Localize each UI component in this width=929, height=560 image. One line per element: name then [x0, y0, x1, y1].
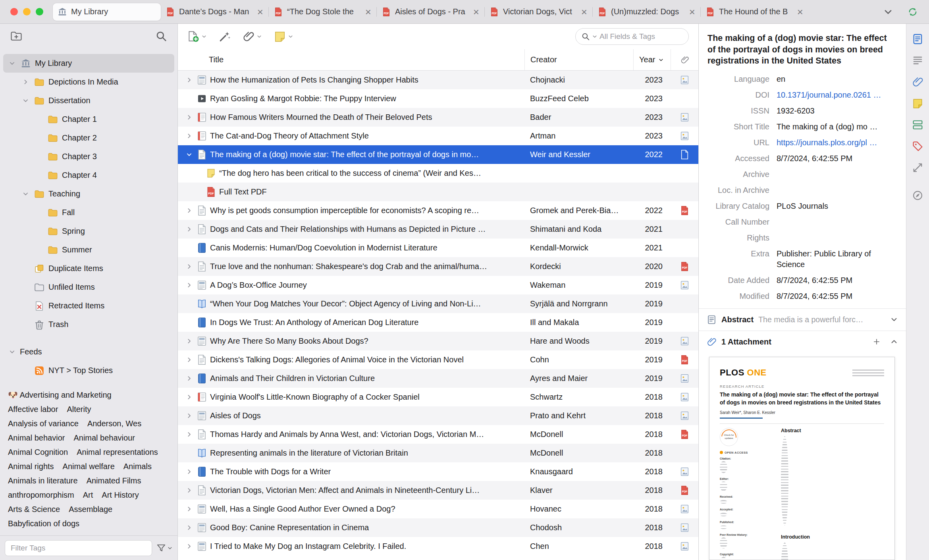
expand-abstract-button[interactable] [890, 316, 898, 323]
column-header-year[interactable]: Year [633, 49, 671, 70]
item-row[interactable]: Dickens's Talking Dogs: Allegories of An… [178, 350, 698, 369]
collapse-attachments-button[interactable] [890, 338, 898, 346]
field-value[interactable]: 8/7/2024, 6:42:55 PM [777, 153, 896, 164]
column-header-title[interactable]: Title [178, 49, 524, 70]
item-row[interactable]: Virginia Woolf's Little-Known Biography … [178, 388, 698, 406]
tab-close-button[interactable]: × [472, 7, 480, 17]
tab-close-button[interactable]: × [580, 7, 588, 17]
tab-dante-s-dogs-man[interactable]: PDFDante’s Dogs - Man× [161, 3, 269, 21]
tab-aisles-of-dogs-pra[interactable]: PDFAisles of Dogs - Pra× [377, 3, 485, 21]
column-header-creator[interactable]: Creator [524, 49, 633, 70]
expand-item-twisty[interactable] [184, 114, 194, 121]
field-value[interactable]: The making of a (dog) mo … [777, 121, 896, 132]
tag-item[interactable]: Animal behaviour [73, 433, 135, 443]
item-row[interactable]: Thomas Hardy and Animals by Anna West, a… [178, 425, 698, 444]
collection-feeds[interactable]: Feeds [3, 343, 174, 361]
chevron-down-icon[interactable] [21, 191, 30, 197]
chevron-right-icon[interactable] [21, 79, 30, 85]
item-row[interactable]: Good Boy: Canine Representation in Cinem… [178, 518, 698, 537]
attachment-row[interactable]: “The dog hero has been critical to the s… [178, 164, 698, 183]
tag-item[interactable]: Animal Cognition [8, 448, 68, 457]
item-row[interactable]: Canis Modernis: Human/Dog Coevolution in… [178, 239, 698, 257]
expand-item-twisty[interactable] [184, 543, 194, 550]
item-row[interactable]: A Dog’s Box-Office JourneyWakeman2019 [178, 276, 698, 294]
collection-duplicate-items[interactable]: Duplicate Items [3, 259, 174, 278]
tag-item[interactable]: Animal behavior [8, 433, 65, 443]
item-row[interactable]: Well, Has a Single Good Author Ever Owne… [178, 500, 698, 518]
collection-summer[interactable]: Summer [3, 241, 174, 259]
field-value[interactable] [777, 185, 896, 196]
collection-chapter-3[interactable]: Chapter 3 [3, 147, 174, 166]
tag-item[interactable]: Analysis of variance [8, 419, 79, 428]
item-row[interactable]: Why is pet goods consumption imperceptib… [178, 201, 698, 220]
expand-item-twisty[interactable] [184, 263, 194, 270]
tag-filter-options-button[interactable] [156, 543, 173, 553]
item-row[interactable]: Ryan Gosling & Margot Robbie: The Puppy … [178, 89, 698, 108]
tab-overflow-button[interactable] [883, 7, 893, 17]
tab-close-button[interactable]: × [364, 7, 372, 17]
collection-search-button[interactable] [155, 30, 167, 42]
collection-nyt-top-stories[interactable]: NYT > Top Stories [3, 361, 174, 380]
attachment-row[interactable]: PDFFull Text PDF [178, 183, 698, 201]
tag-item[interactable]: Animal rights [8, 462, 54, 471]
new-item-button[interactable] [187, 31, 207, 42]
tag-item[interactable]: Anderson, Wes [87, 419, 141, 428]
item-row[interactable]: “When Your Dog Matches Your Decor”: Obje… [178, 294, 698, 313]
item-row[interactable]: True love and the nonhuman: Shakespeare'… [178, 257, 698, 276]
expand-item-twisty[interactable] [184, 356, 194, 363]
collection-trash[interactable]: Trash [3, 315, 174, 334]
fullscreen-window-button[interactable] [36, 8, 43, 15]
tag-item[interactable]: anthropomorphism [8, 491, 74, 500]
expand-item-twisty[interactable] [184, 282, 194, 289]
item-row[interactable]: In Dogs We Trust: An Anthology of Americ… [178, 313, 698, 332]
sidenav-libraries-collections-button[interactable] [912, 119, 923, 131]
tag-item[interactable]: Babyfication of dogs [8, 519, 79, 528]
item-row[interactable]: Dogs and Cats and Their Relationships wi… [178, 220, 698, 239]
field-value[interactable]: PLoS Journals [777, 201, 896, 212]
collection-teaching[interactable]: Teaching [3, 185, 174, 203]
field-value[interactable] [777, 169, 896, 180]
chevron-down-icon[interactable] [7, 60, 17, 67]
sidenav-notes-button[interactable] [912, 98, 923, 109]
item-row[interactable]: I Tried to Make My Dog an Instagram Cele… [178, 537, 698, 556]
tag-item[interactable]: Art History [102, 491, 139, 500]
field-value[interactable] [777, 217, 896, 227]
expand-item-twisty[interactable] [184, 133, 194, 139]
expand-item-twisty[interactable] [184, 77, 194, 83]
field-value[interactable]: 10.1371/journal.pone.0261 … [777, 90, 896, 100]
item-row[interactable]: How Famous Writers Mourned the Death of … [178, 108, 698, 127]
expand-item-twisty[interactable] [184, 338, 194, 344]
chevron-down-icon[interactable] [7, 348, 17, 355]
item-row[interactable]: The Trouble with Dogs for a WriterKnausg… [178, 462, 698, 481]
abstract-section-header[interactable]: Abstract The media is a powerful forc… [699, 308, 906, 331]
tag-item[interactable]: Assemblage [69, 505, 112, 514]
close-window-button[interactable] [10, 8, 18, 15]
tag-item[interactable]: Animals [123, 462, 152, 471]
item-row[interactable]: The making of a (dog) movie star: The ef… [178, 145, 698, 164]
tag-filter-input[interactable] [5, 540, 152, 556]
chevron-down-icon[interactable] [21, 97, 30, 104]
field-value[interactable]: 8/7/2024, 6:42:55 PM [777, 291, 896, 302]
expand-item-twisty[interactable] [184, 394, 194, 400]
expand-item-twisty[interactable] [184, 431, 194, 438]
collection-dissertation[interactable]: Dissertation [3, 91, 174, 110]
attachments-section-header[interactable]: 1 Attachment [699, 331, 906, 353]
expand-item-twisty[interactable] [184, 226, 194, 233]
tab-close-button[interactable]: × [688, 7, 696, 17]
tag-item[interactable]: Animal representations [77, 448, 158, 457]
item-row[interactable]: How the Humanization of Pets Is Changing… [178, 71, 698, 89]
expand-item-twisty[interactable] [184, 412, 194, 419]
item-row[interactable]: Victorian Dogs, Victorian Men: Affect an… [178, 481, 698, 500]
collapse-item-twisty[interactable] [184, 151, 194, 158]
sidenav-info-button[interactable] [912, 33, 923, 45]
tab-close-button[interactable]: × [256, 7, 264, 17]
sidenav-abstract-button[interactable] [912, 55, 923, 66]
collection-retracted-items[interactable]: Retracted Items [3, 296, 174, 315]
expand-item-twisty[interactable] [184, 524, 194, 531]
tab-victorian-dogs-vict[interactable]: PDFVictorian Dogs, Vict× [485, 3, 593, 21]
sidenav-attachments-button[interactable] [912, 76, 923, 88]
tab-un-muzzled-dogs[interactable]: PDF(Un)muzzled: Dogs× [593, 3, 701, 21]
tag-item[interactable]: Animals in literature [8, 476, 78, 485]
expand-item-twisty[interactable] [184, 375, 194, 382]
attachment-preview[interactable]: PLOS ONE RESEARCH ARTICLE The making of … [699, 353, 906, 560]
